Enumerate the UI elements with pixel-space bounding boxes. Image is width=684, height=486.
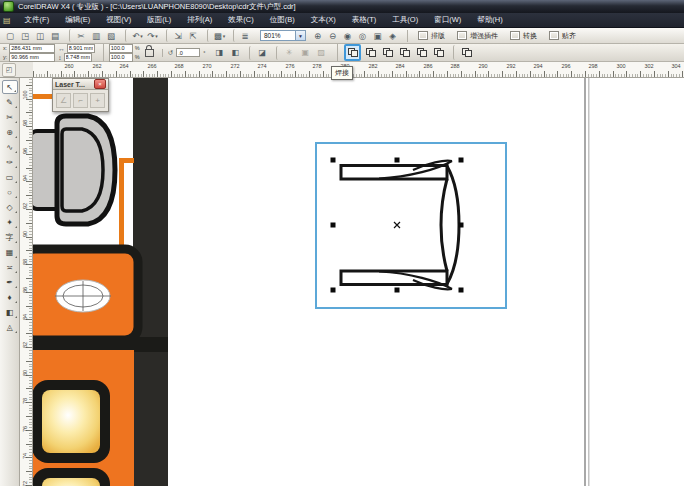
selection-handle — [395, 288, 400, 293]
selection-handle — [459, 158, 464, 163]
overlap-squares-icon — [383, 48, 393, 57]
outline-tool[interactable]: ♦ — [2, 290, 18, 304]
ungroup-all-icon[interactable]: ▨ — [314, 46, 328, 60]
ellipse-tool[interactable]: ○ — [2, 185, 18, 199]
mirror-horizontal-icon[interactable]: ◨ — [212, 46, 226, 60]
zoom-to-all-icon[interactable]: ◎ — [356, 29, 369, 42]
options-icon[interactable]: ≣ — [233, 29, 252, 42]
menu-effects[interactable]: 效果(C) — [220, 13, 261, 27]
x-position-field[interactable] — [9, 44, 55, 53]
menu-layout[interactable]: 版面(L) — [139, 13, 179, 27]
stove-counter[interactable] — [33, 249, 138, 340]
application-launcher-icon[interactable]: ▩▾ — [207, 29, 226, 42]
burner-block[interactable] — [33, 350, 134, 486]
rectangle-tool[interactable]: ▭ — [2, 170, 18, 184]
zoom-level-combo[interactable]: 801% ▼ — [260, 30, 306, 41]
object-height-field[interactable] — [64, 53, 92, 62]
rotation-angle-field[interactable] — [176, 48, 200, 57]
chevron-down-icon[interactable]: ▼ — [295, 31, 305, 40]
smart-drawing-tool[interactable]: ✑ — [2, 155, 18, 169]
eyedropper-tool[interactable]: ✒ — [2, 275, 18, 289]
redo-icon[interactable]: ↷▾ — [146, 29, 159, 42]
zoom-to-width-icon[interactable]: ◈ — [386, 29, 399, 42]
object-width-field[interactable] — [67, 44, 95, 53]
weld-button[interactable] — [344, 44, 361, 61]
menu-arrange[interactable]: 排列(A) — [179, 13, 220, 27]
floorplan-fragment[interactable] — [33, 78, 168, 486]
zoom-in-icon[interactable]: ⊕ — [311, 29, 324, 42]
intersect-button[interactable] — [380, 45, 395, 60]
text-tool[interactable]: 字 — [2, 230, 18, 244]
zoom-tool[interactable]: ⊕ — [2, 125, 18, 139]
ungroup-icon[interactable]: ▣ — [298, 46, 312, 60]
title-bar[interactable]: CorelDRAW X4 ( 专业版 ) - [C:\Users\LUANPHO… — [0, 0, 684, 13]
menu-help[interactable]: 帮助(H) — [469, 13, 510, 27]
zoom-out-icon[interactable]: ⊖ — [326, 29, 339, 42]
copy-icon[interactable]: ▥ — [90, 29, 103, 42]
mirror-vertical-icon[interactable]: ◧ — [228, 46, 242, 60]
group-icon[interactable]: ✳ — [276, 46, 296, 60]
save-icon[interactable]: ◫ — [34, 29, 47, 42]
selection-handle — [459, 223, 464, 228]
typesetting-button[interactable]: 排版 — [414, 30, 449, 42]
cut-icon[interactable]: ✂ — [69, 29, 88, 42]
import-icon[interactable]: ⇲ — [166, 29, 185, 42]
simplify-button[interactable] — [397, 45, 412, 60]
dimension-tool[interactable]: ≍ — [2, 260, 18, 274]
menu-view[interactable]: 视图(V) — [98, 13, 139, 27]
create-boundary-button[interactable] — [453, 45, 474, 60]
print-icon[interactable]: ▤ — [49, 29, 62, 42]
coreldraw-app-icon — [3, 1, 14, 12]
convert-button[interactable]: 转换 — [506, 30, 541, 42]
lock-ratio-icon[interactable] — [145, 49, 154, 57]
palette-title-bar[interactable]: Laser T... × — [53, 79, 108, 90]
laser-angle-tool[interactable]: ∠ — [56, 93, 71, 108]
front-minus-back-button[interactable] — [414, 45, 429, 60]
paste-icon[interactable]: ▧ — [105, 29, 118, 42]
menu-text[interactable]: 文本(X) — [303, 13, 344, 27]
zoom-to-page-icon[interactable]: ▣ — [371, 29, 384, 42]
menu-table[interactable]: 表格(T) — [344, 13, 385, 27]
new-icon[interactable]: ▢ — [4, 29, 17, 42]
polygon-tool[interactable]: ◇ — [2, 200, 18, 214]
zoom-to-selected-icon[interactable]: ◉ — [341, 29, 354, 42]
laser-tool-palette[interactable]: Laser T... × ∠⌐+ — [52, 78, 109, 112]
ruler-origin-button[interactable]: ◰ — [2, 63, 16, 77]
y-position-field[interactable] — [9, 53, 55, 62]
laser-pointer-tool[interactable]: + — [90, 93, 105, 108]
overlap-squares-icon — [366, 48, 376, 57]
scale-h-field[interactable] — [109, 44, 133, 53]
overlap-squares-icon — [434, 48, 444, 57]
rotation-center-marker[interactable] — [394, 222, 400, 228]
enhanced-plugin-button[interactable]: 增强插件 — [453, 30, 502, 42]
export-icon[interactable]: ⇱ — [187, 29, 200, 42]
drawing-canvas[interactable] — [33, 78, 684, 486]
selected-shape[interactable] — [341, 161, 459, 290]
open-icon[interactable]: ◳ — [19, 29, 32, 42]
freehand-tool[interactable]: ∿ — [2, 140, 18, 154]
scale-v-field[interactable] — [109, 53, 133, 62]
menu-tools[interactable]: 工具(O) — [384, 13, 426, 27]
vertical-ruler[interactable]: 1009896949290888684828078767472 — [20, 78, 33, 486]
crop-tool[interactable]: ✂ — [2, 110, 18, 124]
pick-tool[interactable]: ↖ — [2, 80, 18, 94]
toolbar-mini-icon — [510, 31, 520, 40]
laser-line-tool[interactable]: ⌐ — [73, 93, 88, 108]
horizontal-ruler[interactable]: 2602622642662682702722742762782802822842… — [33, 62, 684, 78]
undo-icon[interactable]: ↶▾ — [125, 29, 144, 42]
menu-file[interactable]: 文件(F) — [17, 13, 58, 27]
shape-tool[interactable]: ✎ — [2, 95, 18, 109]
table-tool[interactable]: ▦ — [2, 245, 18, 259]
menu-edit[interactable]: 编辑(E) — [57, 13, 98, 27]
interactive-fill-tool[interactable]: ◬ — [2, 320, 18, 334]
snap-button[interactable]: 贴齐 — [545, 30, 580, 42]
menu-window[interactable]: 窗口(W) — [426, 13, 469, 27]
fill-tool[interactable]: ◧ — [2, 305, 18, 319]
menu-bitmaps[interactable]: 位图(B) — [262, 13, 303, 27]
combine-icon[interactable]: ◪ — [249, 46, 269, 60]
close-icon[interactable]: × — [94, 79, 106, 89]
basic-shapes-tool[interactable]: ✦ — [2, 215, 18, 229]
chair-shape[interactable] — [33, 116, 115, 224]
trim-button[interactable] — [363, 45, 378, 60]
back-minus-front-button[interactable] — [431, 45, 446, 60]
